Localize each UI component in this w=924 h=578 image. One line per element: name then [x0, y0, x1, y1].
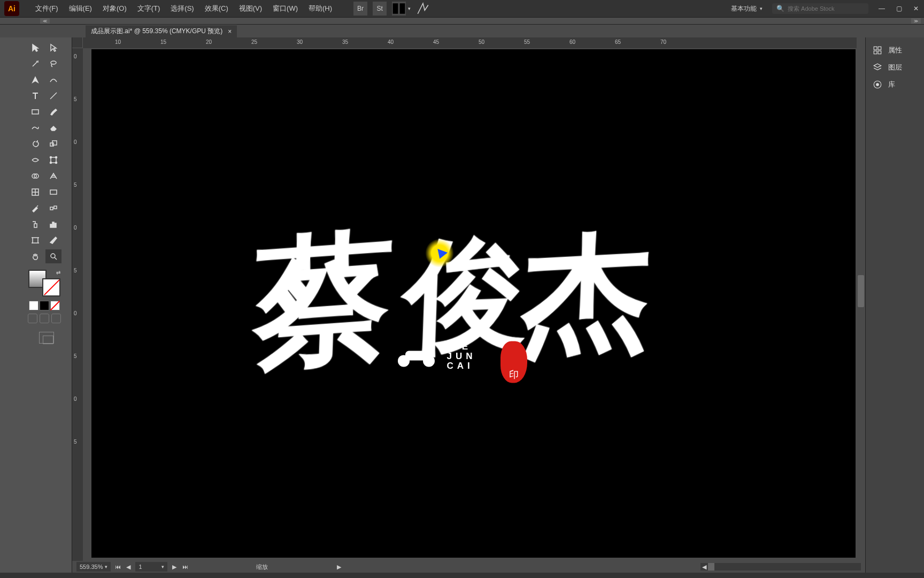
swap-fill-stroke-icon[interactable]: ⇄ [56, 270, 60, 276]
chevron-down-icon: ▾ [760, 6, 763, 11]
svg-rect-26 [878, 51, 881, 54]
scroll-left-icon[interactable]: ◀ [700, 563, 708, 571]
scrollbar-thumb[interactable] [708, 563, 714, 571]
menu-view[interactable]: 视图(V) [234, 1, 267, 17]
panel-label: 图层 [888, 63, 902, 72]
shape-builder-tool[interactable] [27, 169, 43, 183]
canvas-area: 10 15 20 25 30 35 40 45 50 55 60 65 70 0… [72, 37, 865, 573]
pen-tool[interactable] [27, 73, 43, 87]
panel-libraries[interactable]: 库 [866, 76, 924, 93]
svg-rect-0 [393, 3, 398, 14]
eraser-tool[interactable] [45, 121, 61, 135]
right-collapse-toggle[interactable]: ≫ [911, 18, 921, 24]
scrollbar-thumb[interactable] [858, 275, 864, 307]
calligraphy-char-3: 杰 [519, 205, 653, 386]
ruler-vertical[interactable]: 0 5 0 5 0 5 0 5 0 5 [72, 48, 83, 562]
ruler-tick: 0 [74, 396, 77, 402]
menu-window[interactable]: 窗口(W) [267, 1, 303, 17]
arrange-chevron-icon[interactable]: ▾ [408, 6, 411, 11]
gpu-icon[interactable] [416, 2, 430, 16]
close-button[interactable]: ✕ [912, 5, 920, 12]
free-transform-tool[interactable] [45, 153, 61, 167]
pinyin-block: JIE JUN CAI [447, 343, 476, 371]
menu-type[interactable]: 文字(T) [132, 1, 166, 17]
left-collapse-toggle[interactable]: ≪ [40, 18, 50, 24]
minimize-button[interactable]: — [878, 5, 886, 12]
ruler-horizontal[interactable]: 10 15 20 25 30 35 40 45 50 55 60 65 70 [83, 37, 857, 48]
maximize-button[interactable]: ▢ [895, 5, 903, 12]
line-tool[interactable] [45, 89, 61, 103]
workspace-switcher[interactable]: 基本功能 ▾ [731, 4, 763, 13]
color-mode-solid[interactable] [29, 301, 38, 310]
artboard[interactable]: 蔡 俊 杰 JIE JUN CAI 印 [91, 49, 856, 558]
ruler-origin[interactable] [72, 37, 83, 48]
direct-selection-tool[interactable] [45, 41, 61, 55]
color-mode-gradient[interactable] [40, 301, 49, 310]
shaper-tool[interactable] [27, 121, 43, 135]
menu-select[interactable]: 选择(S) [165, 1, 199, 17]
artwork-group: 蔡 俊 杰 JIE JUN CAI 印 [265, 197, 682, 401]
column-graph-tool[interactable] [45, 217, 61, 231]
stroke-swatch[interactable] [42, 278, 60, 296]
artboard-tool[interactable] [27, 233, 43, 247]
svg-rect-23 [874, 47, 877, 50]
eyedropper-tool[interactable] [27, 201, 43, 215]
screen-mode-toggle[interactable] [39, 332, 54, 344]
document-tab-label: 成品展示图.ai* @ 559.35% (CMYK/GPU 预览) [91, 27, 222, 36]
next-artboard-button[interactable]: ▶ [171, 563, 178, 571]
artboard-number-field[interactable]: 1 ▾ [135, 562, 167, 572]
panel-properties[interactable]: 属性 [866, 42, 924, 59]
width-tool[interactable] [27, 153, 43, 167]
slice-tool[interactable] [45, 233, 61, 247]
color-mode-none[interactable] [50, 301, 60, 310]
rectangle-tool[interactable] [27, 105, 43, 119]
draw-normal[interactable] [28, 314, 37, 323]
ruler-tick: 45 [433, 39, 439, 45]
draw-inside[interactable] [51, 314, 61, 323]
panel-layers[interactable]: 图层 [866, 59, 924, 76]
ruler-tick: 5 [74, 439, 77, 445]
scrollbar-vertical[interactable] [857, 85, 865, 561]
menu-edit[interactable]: 编辑(E) [64, 1, 97, 17]
zoom-field[interactable]: 559.35% ▾ [76, 562, 111, 572]
type-tool[interactable] [27, 89, 43, 103]
scale-tool[interactable] [45, 137, 61, 151]
zoom-tool[interactable] [45, 249, 61, 263]
scrollbar-horizontal[interactable]: ◀ [700, 563, 861, 571]
search-input[interactable] [788, 5, 863, 12]
draw-behind[interactable] [40, 314, 49, 323]
svg-rect-20 [55, 223, 56, 227]
magic-wand-tool[interactable] [27, 57, 43, 71]
lasso-tool[interactable] [45, 57, 61, 71]
paintbrush-tool[interactable] [45, 105, 61, 119]
rotate-tool[interactable] [27, 137, 43, 151]
curvature-tool[interactable] [45, 73, 61, 87]
properties-icon [872, 45, 883, 56]
document-tab[interactable]: 成品展示图.ai* @ 559.35% (CMYK/GPU 预览) × [86, 25, 237, 37]
bridge-icon[interactable]: Br [353, 2, 367, 16]
menu-help[interactable]: 帮助(H) [303, 1, 337, 17]
blend-tool[interactable] [45, 201, 61, 215]
ruler-tick: 60 [569, 39, 575, 45]
document-close-icon[interactable]: × [228, 28, 232, 35]
status-menu-icon[interactable]: ▶ [335, 563, 343, 571]
symbol-sprayer-tool[interactable] [27, 217, 43, 231]
arrange-docs-icon[interactable] [392, 2, 406, 16]
last-artboard-button[interactable]: ⏭ [181, 563, 189, 571]
selection-tool[interactable] [27, 41, 43, 55]
hand-tool[interactable] [27, 249, 43, 263]
first-artboard-button[interactable]: ⏮ [114, 563, 121, 571]
gradient-tool[interactable] [45, 185, 61, 199]
menu-file[interactable]: 文件(F) [30, 1, 64, 17]
ruler-tick: 0 [74, 225, 77, 231]
prev-artboard-button[interactable]: ◀ [125, 563, 132, 571]
panel-label: 属性 [888, 45, 902, 55]
menu-object[interactable]: 对象(O) [97, 1, 132, 17]
stock-icon[interactable]: St [373, 2, 387, 16]
perspective-grid-tool[interactable] [45, 169, 61, 183]
fill-stroke-proxy[interactable]: ⇄ [28, 270, 60, 296]
stock-search[interactable]: 🔍 [772, 3, 868, 14]
menu-effect[interactable]: 效果(C) [199, 1, 234, 17]
mesh-tool[interactable] [27, 185, 43, 199]
main-area: ⇄ 10 15 20 25 30 35 40 45 50 55 60 6 [0, 37, 924, 573]
